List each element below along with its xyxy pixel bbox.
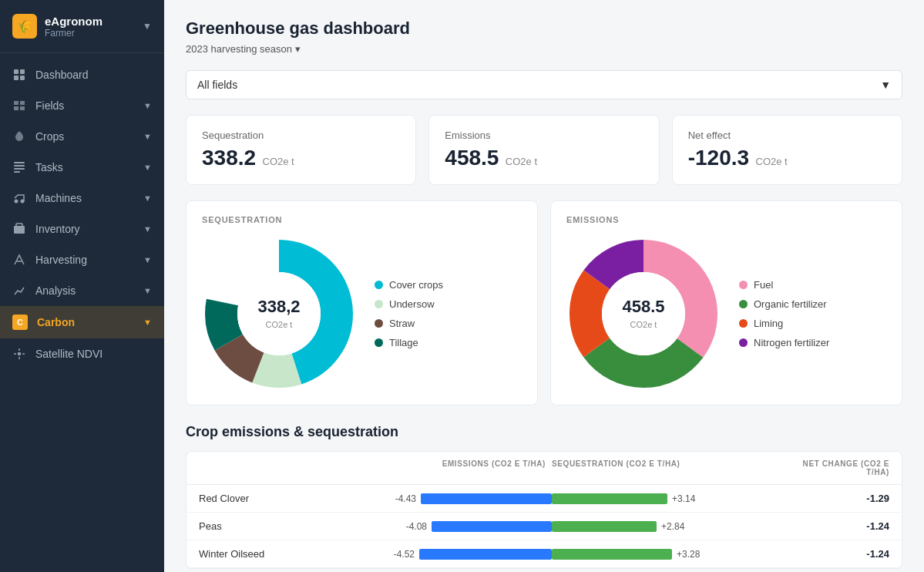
chevron-down-icon: ▼ [143, 193, 152, 203]
seq-bar [552, 549, 672, 560]
sequestration-value: 338.2 [202, 146, 256, 170]
sequestration-label: Sequestration [202, 130, 400, 141]
dropdown-chevron-icon: ▼ [880, 79, 891, 91]
page-title: Greenhouse gas dashboard [186, 19, 902, 39]
sequestration-chart-title: SEQUESTRATION [202, 215, 522, 224]
sidebar-item-harvesting[interactable]: Harvesting ▼ [0, 244, 164, 275]
col-sequestration: SEQUESTRATION (CO2 E T/HA) [552, 459, 781, 476]
emissions-value: -4.52 [394, 549, 415, 560]
emissions-chart-card: EMISSIONS [550, 200, 902, 405]
svg-rect-2 [14, 76, 18, 80]
svg-rect-0 [14, 69, 18, 74]
crop-name: Peas [199, 520, 322, 532]
emissions-value: 458.5 [445, 146, 499, 170]
seq-bar-cell: +2.84 [552, 521, 781, 532]
charts-row: SEQUESTRATION [186, 200, 902, 405]
net-effect-unit: CO2e t [756, 156, 788, 167]
sidebar-item-tasks[interactable]: Tasks ▼ [0, 152, 164, 183]
net-change-value: -1.29 [781, 493, 889, 504]
sidebar-item-label: Fields [35, 99, 64, 112]
legend-label: Undersow [389, 298, 435, 310]
chevron-down-icon: ▼ [143, 101, 152, 110]
emissions-bar-cell: -4.52 [322, 549, 552, 560]
legend-label: Cover crops [389, 279, 443, 291]
col-net-change: NET CHANGE (CO2 E T/HA) [781, 459, 889, 476]
season-selector[interactable]: 2023 harvesting season ▾ [186, 43, 301, 55]
seq-bar [552, 521, 657, 532]
sidebar-item-crops[interactable]: Crops ▼ [0, 121, 164, 152]
summary-cards: Sequestration 338.2 CO2e t Emissions 458… [186, 115, 902, 185]
crops-icon [12, 130, 26, 143]
legend-label: Tillage [389, 337, 418, 348]
fields-dropdown[interactable]: All fields ▼ [186, 70, 902, 99]
svg-point-8 [15, 200, 18, 204]
sidebar-item-label: Analysis [35, 284, 76, 297]
sidebar-item-analysis[interactable]: Analysis ▼ [0, 275, 164, 306]
carbon-icon: C [12, 315, 28, 330]
donut-center-unit: CO2e t [266, 320, 293, 329]
net-change-value: -1.24 [781, 548, 889, 560]
legend-item-cover-crops: Cover crops [375, 279, 443, 291]
seq-value: +3.14 [672, 493, 695, 504]
seq-bar-cell: +3.14 [552, 493, 781, 504]
emissions-donut-unit: CO2e t [630, 320, 657, 329]
logo-icon: 🌾 [12, 14, 37, 39]
sidebar-item-dashboard[interactable]: Dashboard [0, 59, 164, 90]
emissions-legend: Fuel Organic fertilizer Liming Nitrogen … [739, 279, 829, 348]
emissions-donut-label: 458.5 CO2e t [622, 297, 664, 331]
emissions-label: Emissions [445, 130, 643, 141]
svg-rect-5 [14, 165, 25, 167]
brand-logo: 🌾 eAgronom Farmer [12, 14, 102, 39]
crop-name: Winter Oilseed [199, 548, 322, 560]
net-effect-value: -120.3 [688, 146, 749, 170]
harvesting-icon [12, 253, 26, 267]
legend-label: Organic fertilizer [754, 298, 827, 310]
svg-rect-6 [14, 168, 25, 170]
satellite-icon [12, 347, 26, 361]
emissions-value: -4.43 [395, 493, 416, 504]
emissions-bar-cell: -4.43 [322, 493, 552, 504]
sidebar-header[interactable]: 🌾 eAgronom Farmer ▼ [0, 0, 164, 53]
undersow-dot [375, 300, 383, 308]
emissions-unit: CO2e t [506, 156, 537, 167]
seq-bar [552, 493, 667, 504]
sequestration-legend: Cover crops Undersow Straw Tillage [375, 279, 443, 348]
legend-item-undersow: Undersow [375, 298, 443, 310]
sidebar-item-satellite[interactable]: Satellite NDVI [0, 338, 164, 369]
sidebar-item-carbon[interactable]: C Carbon ▼ [0, 306, 164, 338]
legend-item-straw: Straw [375, 318, 443, 329]
chevron-down-icon: ▼ [143, 318, 152, 327]
sidebar-item-fields[interactable]: Fields ▼ [0, 90, 164, 121]
svg-rect-3 [20, 76, 25, 80]
table-row: Red Clover -4.43 +3.14 -1.29 [186, 485, 902, 513]
crop-section-title: Crop emissions & sequestration [186, 424, 902, 440]
dashboard-icon [12, 68, 26, 82]
sidebar-item-label: Carbon [37, 316, 75, 328]
season-label: 2023 harvesting season [186, 43, 292, 55]
legend-item-organic-fertilizer: Organic fertilizer [739, 298, 829, 310]
tasks-icon [12, 160, 26, 174]
liming-dot [739, 319, 748, 328]
sidebar-item-label: Crops [35, 130, 64, 143]
organic-fertilizer-dot [739, 300, 748, 308]
sequestration-donut-label: 338,2 CO2e t [257, 297, 300, 331]
legend-label: Straw [389, 318, 415, 329]
sequestration-chart-card: SEQUESTRATION [186, 200, 538, 405]
sidebar-item-label: Tasks [35, 161, 63, 173]
sidebar-item-machines[interactable]: Machines ▼ [0, 183, 164, 214]
sequestration-card: Sequestration 338.2 CO2e t [186, 115, 416, 185]
sidebar-item-inventory[interactable]: Inventory ▼ [0, 214, 164, 244]
analysis-icon [12, 284, 26, 298]
legend-label: Nitrogen fertilizer [754, 337, 829, 348]
donut-center-value: 338,2 [257, 297, 300, 317]
svg-rect-1 [20, 69, 25, 74]
emissions-value: -4.08 [406, 521, 427, 532]
brand-role: Farmer [45, 28, 102, 39]
svg-rect-4 [14, 162, 25, 163]
net-change-value: -1.24 [781, 520, 889, 532]
table-header: EMISSIONS (CO2 E T/HA) SEQUESTRATION (CO… [186, 452, 902, 485]
season-chevron-icon: ▾ [295, 43, 301, 55]
nitrogen-dot [739, 338, 748, 347]
table-row: Winter Oilseed -4.52 +3.28 -1.24 [186, 540, 902, 568]
tillage-dot [375, 338, 383, 347]
